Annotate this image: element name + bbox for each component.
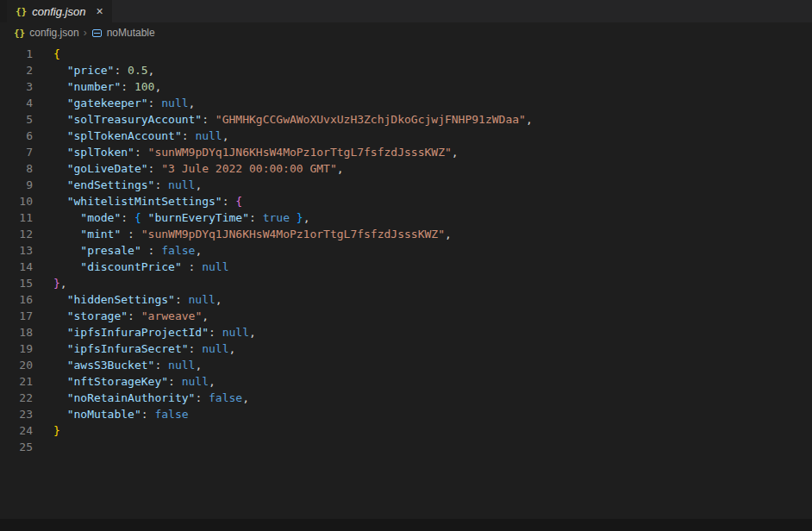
code-text: }, — [33, 275, 67, 291]
code-text: "endSettings": null, — [33, 177, 202, 193]
code-text: { — [33, 46, 60, 62]
code-line[interactable]: 6 "splTokenAccount": null, — [0, 128, 812, 144]
code-line[interactable]: 23 "noMutable": false — [0, 406, 812, 422]
code-line[interactable]: 1{ — [0, 46, 812, 62]
code-line[interactable]: 10 "whitelistMintSettings": { — [0, 193, 812, 209]
line-number[interactable]: 1 — [0, 46, 33, 62]
line-number[interactable]: 18 — [0, 324, 33, 340]
code-line[interactable]: 25 — [0, 439, 812, 455]
tab-config-json[interactable]: {} config.json × — [7, 0, 112, 22]
code-text: "noMutable": false — [33, 406, 189, 422]
code-text — [33, 439, 53, 455]
code-line[interactable]: 5 "solTreasuryAccount": "GHMHKgCCGwAWoXU… — [0, 111, 812, 128]
code-line[interactable]: 14 "discountPrice" : null — [0, 259, 812, 275]
line-number[interactable]: 16 — [0, 291, 33, 308]
line-number[interactable]: 9 — [0, 177, 33, 193]
code-text: "awsS3Bucket": null, — [33, 357, 202, 373]
line-number[interactable]: 13 — [0, 242, 33, 259]
code-editor[interactable]: 1{2 "price": 0.5,3 "number": 100,4 "gate… — [0, 43, 812, 519]
status-bar — [0, 519, 812, 531]
line-number[interactable]: 17 — [0, 308, 33, 324]
code-text: "storage": "arweave", — [33, 308, 209, 324]
code-line[interactable]: 15}, — [0, 275, 812, 291]
code-text: "discountPrice" : null — [33, 259, 229, 275]
code-text: "splToken": "sunWM9pDYq1JN6KHsW4MoPz1orT… — [33, 144, 459, 160]
line-number[interactable]: 5 — [0, 111, 33, 128]
line-number[interactable]: 22 — [0, 390, 33, 406]
code-text: "number": 100, — [33, 78, 161, 95]
editor-lines: 1{2 "price": 0.5,3 "number": 100,4 "gate… — [0, 46, 812, 455]
line-number[interactable]: 12 — [0, 226, 33, 242]
code-text: "presale" : false, — [33, 242, 202, 259]
code-line[interactable]: 16 "hiddenSettings": null, — [0, 291, 812, 308]
line-number[interactable]: 24 — [0, 422, 33, 439]
code-line[interactable]: 18 "ipfsInfuraProjectId": null, — [0, 324, 812, 340]
close-icon[interactable]: × — [96, 5, 103, 17]
code-line[interactable]: 7 "splToken": "sunWM9pDYq1JN6KHsW4MoPz1o… — [0, 144, 812, 160]
code-text: "solTreasuryAccount": "GHMHKgCCGwAWoXUvx… — [33, 111, 533, 128]
breadcrumb: {} config.json › noMutable — [0, 22, 812, 43]
line-number[interactable]: 11 — [0, 209, 33, 226]
line-number[interactable]: 25 — [0, 439, 33, 455]
code-line[interactable]: 17 "storage": "arweave", — [0, 308, 812, 324]
code-line[interactable]: 21 "nftStorageKey": null, — [0, 373, 812, 390]
code-line[interactable]: 13 "presale" : false, — [0, 242, 812, 259]
chevron-right-icon: › — [84, 27, 87, 39]
json-file-icon: {} — [14, 28, 25, 39]
line-number[interactable]: 7 — [0, 144, 33, 160]
breadcrumb-file[interactable]: config.json — [29, 27, 78, 39]
code-text: "splTokenAccount": null, — [33, 128, 229, 144]
code-text: "whitelistMintSettings": { — [33, 193, 242, 209]
code-line[interactable]: 20 "awsS3Bucket": null, — [0, 357, 812, 373]
line-number[interactable]: 8 — [0, 160, 33, 177]
code-text: } — [33, 422, 60, 439]
code-text: "hiddenSettings": null, — [33, 291, 222, 308]
line-number[interactable]: 23 — [0, 406, 33, 422]
tab-bar-left-spacer — [0, 0, 7, 22]
code-line[interactable]: 11 "mode": { "burnEveryTime": true }, — [0, 209, 812, 226]
code-text: "mint" : "sunWM9pDYq1JN6KHsW4MoPz1orTtgL… — [33, 226, 452, 242]
code-line[interactable]: 22 "noRetainAuthority": false, — [0, 390, 812, 406]
code-text: "ipfsInfuraProjectId": null, — [33, 324, 256, 340]
code-text: "nftStorageKey": null, — [33, 373, 215, 390]
code-text: "ipfsInfuraSecret": null, — [33, 340, 235, 357]
line-number[interactable]: 15 — [0, 275, 33, 291]
code-text: "noRetainAuthority": false, — [33, 390, 249, 406]
code-text: "gatekeeper": null, — [33, 95, 195, 111]
code-text: "mode": { "burnEveryTime": true }, — [33, 209, 309, 226]
symbol-boolean-icon — [92, 29, 102, 37]
code-line[interactable]: 3 "number": 100, — [0, 78, 812, 95]
line-number[interactable]: 21 — [0, 373, 33, 390]
line-number[interactable]: 10 — [0, 193, 33, 209]
line-number[interactable]: 14 — [0, 259, 33, 275]
code-line[interactable]: 12 "mint" : "sunWM9pDYq1JN6KHsW4MoPz1orT… — [0, 226, 812, 242]
line-number[interactable]: 19 — [0, 340, 33, 357]
line-number[interactable]: 20 — [0, 357, 33, 373]
breadcrumb-symbol[interactable]: noMutable — [107, 27, 155, 39]
vscode-window: {} config.json × {} config.json › noMuta… — [0, 0, 812, 531]
line-number[interactable]: 3 — [0, 78, 33, 95]
code-line[interactable]: 4 "gatekeeper": null, — [0, 95, 812, 111]
line-number[interactable]: 6 — [0, 128, 33, 144]
line-number[interactable]: 2 — [0, 62, 33, 78]
code-line[interactable]: 8 "goLiveDate": "3 Jule 2022 00:00:00 GM… — [0, 160, 812, 177]
tab-bar: {} config.json × — [0, 0, 812, 22]
code-line[interactable]: 9 "endSettings": null, — [0, 177, 812, 193]
code-text: "price": 0.5, — [33, 62, 154, 78]
code-line[interactable]: 2 "price": 0.5, — [0, 62, 812, 78]
tab-title: config.json — [32, 5, 85, 18]
code-line[interactable]: 19 "ipfsInfuraSecret": null, — [0, 340, 812, 357]
code-line[interactable]: 24} — [0, 422, 812, 439]
code-text: "goLiveDate": "3 Jule 2022 00:00:00 GMT"… — [33, 160, 344, 177]
line-number[interactable]: 4 — [0, 95, 33, 111]
json-file-icon: {} — [16, 6, 27, 17]
